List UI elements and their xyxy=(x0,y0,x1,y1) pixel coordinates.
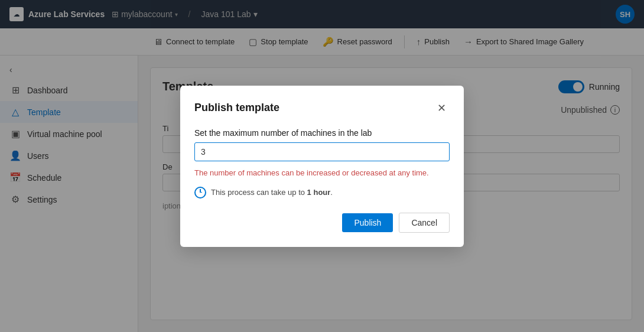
publish-template-modal: Publish template ✕ Set the maximum numbe… xyxy=(180,86,464,247)
modal-title: Publish template xyxy=(194,102,279,114)
modal-hint: The number of machines can be increased … xyxy=(194,168,450,177)
modal-overlay: Publish template ✕ Set the maximum numbe… xyxy=(0,0,644,332)
machines-count-input[interactable] xyxy=(194,142,450,161)
modal-footer: Publish Cancel xyxy=(194,213,450,233)
modal-process-note: This process can take up to 1 hour. xyxy=(194,187,450,198)
modal-header: Publish template ✕ xyxy=(194,100,450,116)
clock-icon xyxy=(194,187,206,198)
modal-publish-button[interactable]: Publish xyxy=(342,213,393,232)
modal-cancel-button[interactable]: Cancel xyxy=(399,213,450,233)
modal-close-button[interactable]: ✕ xyxy=(433,100,450,116)
modal-field-label: Set the maximum number of machines in th… xyxy=(194,128,450,138)
